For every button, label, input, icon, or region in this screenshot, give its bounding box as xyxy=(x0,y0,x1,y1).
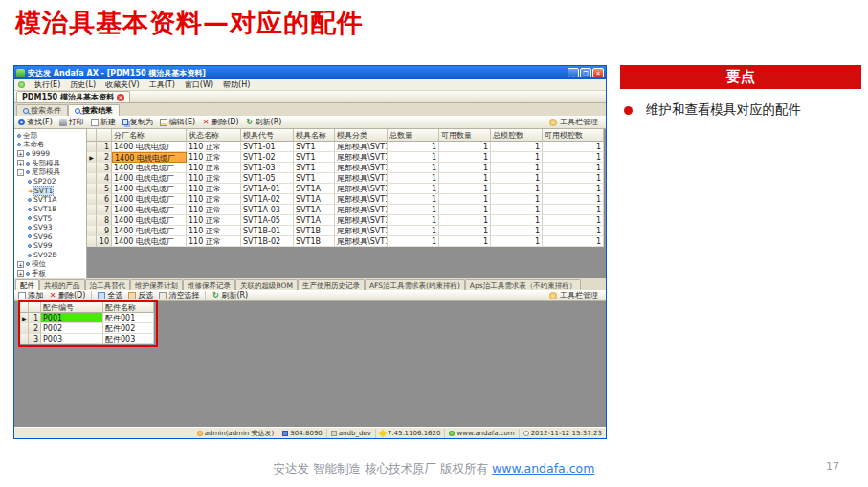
grid-cell[interactable]: 1 xyxy=(491,226,543,236)
grid-cell[interactable]: SVT1A-02 xyxy=(241,194,294,205)
grid-cell[interactable]: 1400 电线电缆厂 xyxy=(112,226,187,236)
grid-cell[interactable]: SVT1B xyxy=(294,236,335,247)
grid-cell[interactable]: 1400 电线电缆厂 xyxy=(112,173,187,184)
grid-cell[interactable]: 1 xyxy=(439,163,491,173)
grid-cell[interactable]: 1 xyxy=(388,142,439,152)
tree-item-头部模具[interactable]: +头部模具 xyxy=(14,159,86,168)
grid-cell[interactable]: 1400 电线电缆厂 xyxy=(112,215,187,226)
toolbar-button-1[interactable]: 打印 xyxy=(59,117,84,127)
tree-item-手板[interactable]: +手板 xyxy=(14,269,86,278)
grid-cell[interactable]: 1 xyxy=(491,205,543,215)
grid-cell[interactable]: 110 正常 xyxy=(187,163,241,173)
toolbar-button-5[interactable]: 清空选择 xyxy=(159,290,199,300)
tree-expander-icon[interactable]: + xyxy=(17,160,24,166)
grid-cell[interactable]: 1 xyxy=(543,205,604,215)
grid-cell[interactable]: SVT1A-03 xyxy=(241,205,294,215)
menu-item-3[interactable]: 工具(T) xyxy=(149,79,175,90)
menu-item-1[interactable]: 历史(L) xyxy=(70,79,96,90)
window-titlebar[interactable]: 安达发 Andafa AX - [PDM150 模治具基本资料] _ ❐ ✕ xyxy=(14,66,606,79)
grid-cell[interactable]: SVT1A xyxy=(294,205,335,215)
toolbar-button-4[interactable]: 编辑(E) xyxy=(160,117,195,127)
grid-cell[interactable]: SVT1-03 xyxy=(241,163,294,173)
grid-cell[interactable]: 1 xyxy=(543,194,604,205)
grid-cell[interactable]: 1 xyxy=(491,163,543,173)
grid-cell[interactable]: 尾部模具\SVT1A\ xyxy=(335,184,388,194)
search-tab-1[interactable]: 搜索结果 xyxy=(68,104,120,116)
grid-cell[interactable]: 1 xyxy=(543,142,604,152)
parts-column-header-3[interactable]: 配件名称 xyxy=(103,302,154,313)
search-tab-0[interactable]: 搜索条件 xyxy=(16,104,68,116)
grid-cell[interactable]: 110 正常 xyxy=(187,184,241,194)
grid-cell[interactable]: SVT1-05 xyxy=(241,173,294,184)
table-row[interactable]: 41400 电线电缆厂110 正常SVT1-05SVT1尾部模具\SVT1\11… xyxy=(87,173,606,184)
grid-cell[interactable]: 尾部模具\SVT1\ xyxy=(335,163,388,173)
grid-cell[interactable]: 110 正常 xyxy=(187,152,241,163)
tree-item-SV96[interactable]: SV96 xyxy=(14,232,86,242)
toolbar-button-5[interactable]: ✕删除(D) xyxy=(202,117,238,127)
grid-column-header-0[interactable]: 分厂名称 xyxy=(112,129,187,142)
table-row[interactable]: 71400 电线电缆厂110 正常SVT1A-03SVT1A尾部模具\SVT1A… xyxy=(87,205,606,215)
toolbar-button-2[interactable]: 新建 xyxy=(91,117,116,127)
tree-expander-icon[interactable]: + xyxy=(17,261,24,268)
grid-cell[interactable]: SVT1A-05 xyxy=(241,215,294,226)
grid-cell[interactable]: 1400 电线电缆厂 xyxy=(112,142,187,152)
grid-cell[interactable]: 1 xyxy=(439,142,491,152)
grid-column-header-7[interactable]: 总模腔数 xyxy=(491,129,543,142)
tree-item-SV93[interactable]: SV93 xyxy=(14,223,86,232)
detail-tab-1[interactable]: 共模的产品 xyxy=(39,279,85,290)
tree-expander-icon[interactable]: - xyxy=(17,169,24,176)
grid-cell[interactable]: 尾部模具\SVT1B\ xyxy=(335,226,388,236)
grid-cell[interactable]: 1 xyxy=(543,163,604,173)
parts-cell[interactable]: P002 xyxy=(41,323,103,334)
grid-cell[interactable]: 1 xyxy=(491,194,543,205)
grid-cell[interactable]: 1 xyxy=(439,173,491,184)
grid-cell[interactable]: 尾部模具\SVT1A\ xyxy=(335,215,388,226)
grid-cell[interactable]: SVT1 xyxy=(294,142,335,152)
tab-close-icon[interactable]: ✕ xyxy=(117,94,124,101)
grid-column-header-4[interactable]: 模具分类 xyxy=(335,129,388,142)
grid-cell[interactable]: 尾部模具\SVT1\ xyxy=(335,173,388,184)
tree-item-模位[interactable]: +模位 xyxy=(14,259,86,269)
detail-toolbar-manage[interactable]: 工具栏管理 xyxy=(549,290,602,300)
table-row[interactable]: 61400 电线电缆厂110 正常SVT1A-02SVT1A尾部模具\SVT1A… xyxy=(87,194,606,205)
grid-cell[interactable]: 1400 电线电缆厂 xyxy=(112,184,187,194)
detail-tab-8[interactable]: Aps治工具需求表（不约束排程） xyxy=(465,279,581,290)
grid-cell[interactable]: 1 xyxy=(543,152,604,163)
grid-column-header-3[interactable]: 模具名称 xyxy=(294,129,335,142)
menu-item-2[interactable]: 收藏夹(V) xyxy=(105,79,140,90)
grid-cell[interactable]: 1 xyxy=(439,205,491,215)
grid-cell[interactable]: 110 正常 xyxy=(187,226,241,236)
tree-item-尾部模具[interactable]: -尾部模具 xyxy=(14,167,86,177)
parts-column-header-2[interactable]: 配件编号 xyxy=(41,302,103,313)
grid-column-header-6[interactable]: 可用数量 xyxy=(439,129,491,142)
minimize-button[interactable]: _ xyxy=(568,68,579,77)
grid-cell[interactable]: 1 xyxy=(388,184,439,194)
detail-tab-2[interactable]: 治工具替代 xyxy=(85,279,131,290)
toolbar-button-0[interactable]: 添加 xyxy=(18,290,43,300)
toolbar-button-3[interactable]: 复制为 xyxy=(122,117,153,127)
toolbar-button-4[interactable]: 反选 xyxy=(128,290,153,300)
tree-item-9999[interactable]: +9999 xyxy=(14,149,86,159)
grid-cell[interactable]: 1 xyxy=(491,173,543,184)
tree-item-SVT5[interactable]: SVT5 xyxy=(14,213,86,223)
toolbar-button-0[interactable]: 查找(F) xyxy=(18,117,53,127)
grid-cell[interactable]: 1 xyxy=(439,236,491,247)
table-row[interactable]: 101400 电线电缆厂110 正常SVT1B-02SVT1B尾部模具\SVT1… xyxy=(87,236,606,247)
grid-cell[interactable]: 1 xyxy=(543,236,604,247)
grid-cell[interactable]: 尾部模具\SVT1\ xyxy=(335,152,388,163)
grid-cell[interactable]: 1 xyxy=(543,215,604,226)
toolbar-button-6[interactable]: ↻刷新(R) xyxy=(246,117,282,127)
grid-cell[interactable]: 尾部模具\SVT1B\ xyxy=(335,236,388,247)
grid-cell[interactable]: 尾部模具\SVT1\ xyxy=(335,142,388,152)
toolbar-button-7[interactable]: ↻刷新(R) xyxy=(211,290,248,300)
tree-item-SVT1B[interactable]: SVT1B xyxy=(14,205,86,214)
grid-cell[interactable]: 1 xyxy=(388,173,439,184)
grid-cell[interactable]: SVT1A xyxy=(294,194,335,205)
table-row[interactable]: 11400 电线电缆厂110 正常SVT1-01SVT1尾部模具\SVT1\11… xyxy=(87,142,606,152)
grid-cell[interactable]: 110 正常 xyxy=(187,173,241,184)
grid-cell[interactable]: 1 xyxy=(439,194,491,205)
detail-tab-5[interactable]: 关联的超级BOM xyxy=(235,279,298,290)
detail-tab-3[interactable]: 维护保养计划 xyxy=(130,279,183,290)
tree-expander-icon[interactable]: + xyxy=(17,150,24,157)
grid-cell[interactable]: 1 xyxy=(543,173,604,184)
